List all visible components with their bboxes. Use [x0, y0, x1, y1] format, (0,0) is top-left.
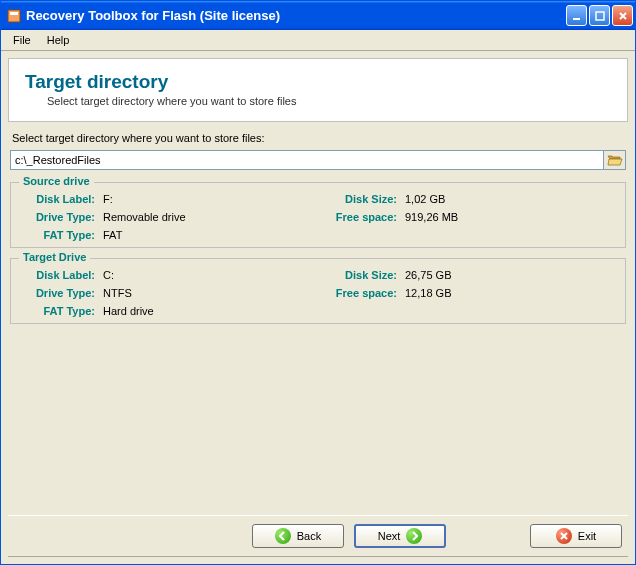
target-path-input[interactable] [10, 150, 604, 170]
target-disk-size-val: 26,75 GB [405, 269, 613, 281]
menu-file[interactable]: File [5, 32, 39, 48]
back-button[interactable]: Back [252, 524, 344, 548]
source-drive-type-val: Removable drive [103, 211, 311, 223]
back-label: Back [297, 530, 321, 542]
target-drive-type-lbl: Drive Type: [23, 287, 101, 299]
source-fat-type-lbl: FAT Type: [23, 229, 101, 241]
minimize-button[interactable] [566, 5, 587, 26]
exit-button[interactable]: Exit [530, 524, 622, 548]
target-fat-type-val: Hard drive [103, 305, 311, 317]
content-area: Target directory Select target directory… [1, 51, 635, 564]
source-fat-type-val: FAT [103, 229, 311, 241]
menubar: File Help [1, 30, 635, 51]
source-disk-size-val: 1,02 GB [405, 193, 613, 205]
svg-rect-0 [8, 10, 20, 22]
path-row [10, 150, 626, 170]
prompt-label: Select target directory where you want t… [12, 132, 626, 144]
svg-rect-2 [573, 18, 580, 20]
app-window: Recovery Toolbox for Flash (Site license… [0, 0, 636, 565]
maximize-button[interactable] [589, 5, 610, 26]
source-free-space-lbl: Free space: [313, 211, 403, 223]
source-free-space-val: 919,26 MB [405, 211, 613, 223]
nav-button-group: Back Next [252, 524, 446, 548]
source-legend: Source drive [19, 175, 94, 187]
source-disk-label-lbl: Disk Label: [23, 193, 101, 205]
target-drive-type-val: NTFS [103, 287, 311, 299]
page-subtitle: Select target directory where you want t… [47, 95, 611, 107]
folder-open-icon [607, 153, 623, 167]
target-disk-label-val: C: [103, 269, 311, 281]
target-drive-group: Target Drive Disk Label: C: Disk Size: 2… [10, 258, 626, 324]
window-title: Recovery Toolbox for Flash (Site license… [26, 8, 566, 23]
next-button[interactable]: Next [354, 524, 446, 548]
target-disk-label-lbl: Disk Label: [23, 269, 101, 281]
source-disk-label-val: F: [103, 193, 311, 205]
menu-help[interactable]: Help [39, 32, 78, 48]
target-disk-size-lbl: Disk Size: [313, 269, 403, 281]
titlebar[interactable]: Recovery Toolbox for Flash (Site license… [1, 1, 635, 30]
target-free-space-lbl: Free space: [313, 287, 403, 299]
footer-buttons: Back Next Exit [8, 515, 628, 557]
source-drive-type-lbl: Drive Type: [23, 211, 101, 223]
close-button[interactable] [612, 5, 633, 26]
source-drive-group: Source drive Disk Label: F: Disk Size: 1… [10, 182, 626, 248]
svg-rect-1 [10, 12, 18, 15]
body-area: Select target directory where you want t… [8, 122, 628, 515]
app-icon [6, 8, 22, 24]
exit-label: Exit [578, 530, 596, 542]
arrow-right-icon [406, 528, 422, 544]
browse-button[interactable] [604, 150, 626, 170]
window-controls [566, 5, 633, 26]
next-label: Next [378, 530, 401, 542]
target-free-space-val: 12,18 GB [405, 287, 613, 299]
arrow-left-icon [275, 528, 291, 544]
page-title: Target directory [25, 71, 611, 93]
x-icon [556, 528, 572, 544]
target-fat-type-lbl: FAT Type: [23, 305, 101, 317]
svg-rect-3 [596, 12, 604, 20]
target-legend: Target Drive [19, 251, 90, 263]
page-header: Target directory Select target directory… [8, 58, 628, 122]
source-disk-size-lbl: Disk Size: [313, 193, 403, 205]
